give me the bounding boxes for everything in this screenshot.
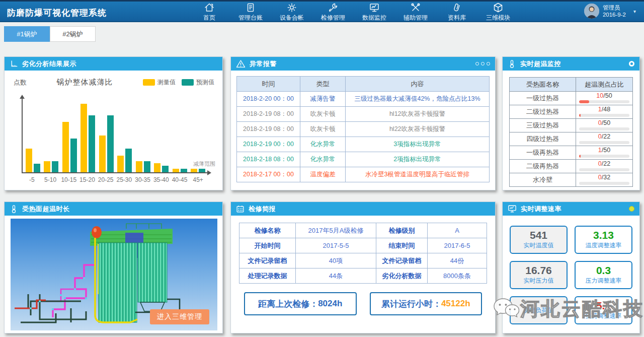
user-date: 2016-9-2 (603, 11, 626, 18)
panel-alarms: 异常报警 时间类型内容 2018-2-20 00：00减薄告警三级过热器最大减薄… (230, 56, 496, 190)
overheat-ratio: 0/32 (579, 174, 629, 181)
panel-options-dots[interactable] (475, 62, 490, 65)
home-icon (204, 2, 215, 13)
nav-item-ledger[interactable]: 管理台账 (237, 2, 264, 22)
user-box[interactable]: 管理员 2016-9-2 ▾ (584, 4, 636, 19)
metric-card[interactable]: 0.3压力调整速率 (575, 261, 632, 289)
record-circle-icon[interactable] (629, 61, 634, 66)
metric-card[interactable]: 实时负荷值 (510, 296, 568, 324)
overheat-row[interactable]: 三级过热器0/50 (510, 119, 633, 132)
overheat-row[interactable]: 水冷壁0/32 (510, 173, 633, 187)
alarm-row[interactable]: 2018-2-19 08：00吹灰卡顿hl12吹灰器卡顿报警 (237, 107, 490, 122)
panel-overheat-monitor: 实时超温监控 受热面名称超温测点占比 一级过热器10/50二级过热器1/48三级… (502, 56, 640, 190)
bar-测量值 (136, 161, 142, 172)
alarm-column-header: 类型 (300, 77, 346, 92)
hot-count: 1 (598, 106, 602, 113)
overheat-column-header: 超温测点占比 (576, 78, 633, 92)
bar-group (79, 104, 98, 172)
maintenance-value: 40项 (296, 253, 376, 268)
panel-header: 劣化分析结果展示 (5, 57, 222, 71)
maintenance-value: 8000条条 (428, 268, 487, 284)
overheat-row[interactable]: 一级再热器1/50 (510, 146, 633, 160)
legend-label: 预测值 (196, 78, 214, 87)
alarm-row[interactable]: 2018-2-20 00：00减薄告警三级过热器最大减薄值42%，危险点占比13… (237, 92, 490, 107)
overheat-ratio-cell: 1/50 (576, 146, 633, 160)
legend-swatch (182, 79, 194, 86)
nav-item-tools[interactable]: 辅助管理 (403, 2, 429, 22)
alarm-row[interactable]: 2018-2-19 08：00吹灰卡顿hl22吹灰器卡顿报警 (237, 122, 490, 137)
chart-y-axis-label: 点数 (14, 78, 27, 87)
tab-boiler-1[interactable]: #1锅炉 (4, 26, 50, 42)
maintenance-value: 44条 (296, 268, 376, 284)
status-dot-icon[interactable] (629, 206, 634, 212)
overheat-ratio-cell: 0/32 (576, 173, 633, 187)
metric-value: 3.13 (593, 230, 614, 241)
maintenance-label: 劣化分析数据 (376, 268, 428, 284)
overheat-row[interactable]: 一级过热器10/50 (510, 92, 633, 105)
maintenance-label: 文件记录留档 (239, 253, 296, 268)
alarm-table: 时间类型内容 2018-2-20 00：00减薄告警三级过热器最大减薄值42%，… (236, 76, 490, 182)
bar-测量值 (26, 149, 32, 172)
boiler-3d-view[interactable]: 进入三维管理 (11, 219, 216, 332)
maintenance-label: 文件记录留档 (376, 253, 428, 268)
surface-name: 四级过热器 (510, 132, 576, 146)
alarm-column-header: 内容 (346, 77, 490, 92)
maintenance-buttons: 距离上次检修：8024h累计运行小时：45122h (244, 292, 482, 315)
bar-测量值 (44, 161, 50, 172)
metric-card[interactable]: 541实时温度值 (510, 226, 568, 254)
nav-item-monitor[interactable]: 数据监控 (361, 2, 387, 22)
surface-name: 三级过热器 (510, 119, 576, 132)
maintenance-stat-button[interactable]: 累计运行小时：45122h (370, 292, 482, 315)
hot-count: 0 (598, 119, 602, 126)
overheat-row[interactable]: 二级过热器1/48 (510, 105, 633, 119)
nav-item-label: 三维模块 (486, 14, 510, 22)
chart-plot-area (22, 97, 209, 173)
panel-title: 异常报警 (250, 59, 277, 69)
overheat-row[interactable]: 二级再热器0/22 (510, 160, 633, 173)
nav-item-cube[interactable]: 三维模块 (485, 2, 511, 22)
panel-degradation-analysis: 劣化分析结果展示 点数 锅炉整体减薄比 测量值预测值 -55-1010-1515… (4, 56, 223, 190)
nav-item-gear[interactable]: 设备合帐 (279, 2, 305, 22)
overheat-row[interactable]: 四级过热器0/22 (510, 132, 633, 146)
panel-header: 受热面超温时长 (5, 202, 222, 216)
metric-label: 压力调整速率 (586, 277, 622, 285)
overheat-table: 受热面名称超温测点占比 一级过热器10/50二级过热器1/48三级过热器0/50… (509, 77, 633, 187)
panel-header: 检修简报 (231, 202, 495, 216)
panel-adjust-rate: 实时调整速率 541实时温度值3.13温度调整速率16.76实时压力值0.3压力… (502, 201, 640, 333)
metric-card[interactable]: 16.76实时压力值 (510, 261, 568, 289)
metric-value: 5.1 (596, 300, 611, 311)
alarm-time: 2018-2-19 00：00 (237, 137, 300, 152)
bar-group (42, 161, 61, 172)
caret-down-icon[interactable]: ▾ (633, 9, 636, 14)
bar-group (134, 161, 152, 172)
bar-group (97, 115, 116, 172)
nav-item-label: 设备合帐 (280, 14, 304, 22)
bar-group (116, 149, 134, 172)
alarm-type: 吹灰卡顿 (300, 107, 346, 122)
top-navbar: 防磨防爆可视化管理系统 首页管理台账设备合帐检修管理数据监控辅助管理资料库三维模… (0, 0, 644, 22)
thermometer-icon (508, 59, 516, 69)
ratio-bar (579, 127, 629, 130)
nav-item-label: 首页 (203, 14, 215, 22)
surface-name: 二级再热器 (510, 160, 576, 173)
maintenance-row: 检修名称2017年5月A级检修检修级别A (239, 223, 487, 238)
nav-item-label: 检修管理 (321, 14, 345, 22)
calendar-icon (236, 205, 245, 213)
alarm-row[interactable]: 2018-2-18 08：00化水异常2项指标出现异常 (237, 152, 490, 167)
tools-icon (410, 2, 421, 13)
metric-card[interactable]: 3.13温度调整速率 (575, 226, 632, 254)
enter-3d-button[interactable]: 进入三维管理 (150, 309, 209, 324)
nav-item-repair[interactable]: 检修管理 (320, 2, 346, 22)
nav-item-paperclip[interactable]: 资料库 (444, 2, 470, 22)
surface-name: 二级过热器 (510, 105, 576, 119)
nav-item-home[interactable]: 首页 (196, 2, 222, 22)
maintenance-stat-button[interactable]: 距离上次检修：8024h (244, 292, 357, 315)
alarm-row[interactable]: 2018-2-19 00：00化水异常3项指标出现异常 (237, 137, 490, 152)
legend-item: 预测值 (182, 78, 214, 87)
alarm-row[interactable]: 2018-2-17 00：00温度偏差水冷壁3根管道温度明显高于临近管排 (237, 167, 490, 182)
metric-card[interactable]: 5.1负荷调整速率 (575, 296, 632, 324)
tab-boiler-2[interactable]: #2锅炉 (50, 26, 96, 42)
chart-title: 锅炉整体减薄比 (27, 78, 143, 87)
bar-测量值 (173, 169, 179, 172)
hot-count: 0 (598, 174, 602, 181)
